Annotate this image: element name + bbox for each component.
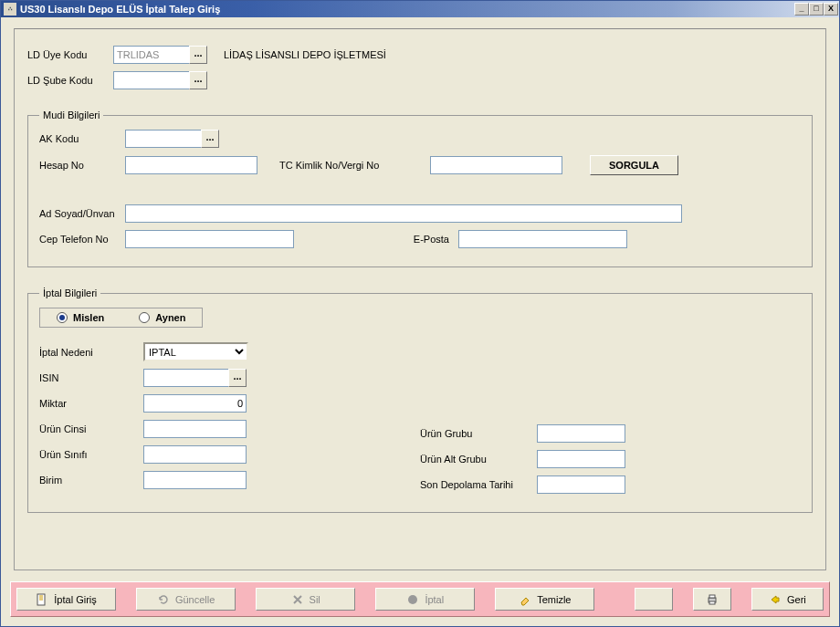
tckn-label: TC Kimlik No/Vergi No [279,160,430,171]
radio-mislen[interactable]: Mislen [57,312,104,323]
app-icon: ∴ [4,3,16,16]
ld-sube-kodu-input[interactable] [113,71,190,89]
app-window: ∴ US30 Lisanslı Depo ELÜS İptal Talep Gi… [0,0,840,627]
ld-uye-kodu-input [113,46,190,64]
svg-point-1 [408,595,417,604]
iptal-giris-button[interactable]: İptal Giriş [16,588,116,611]
ld-sube-kodu-label: LD Şube Kodu [27,75,113,86]
window-title: US30 Lisanslı Depo ELÜS İptal Talep Giri… [20,4,794,15]
footer-toolbar: İptal Giriş Güncelle Sil İptal [10,581,830,617]
birim-input [143,471,247,489]
eposta-input [458,230,627,248]
iptal-button[interactable]: İptal [375,588,475,611]
maximize-button[interactable]: □ [809,3,824,16]
geri-button[interactable]: Geri [751,588,824,611]
back-arrow-icon [769,593,782,606]
close-button[interactable]: X [824,3,838,16]
eraser-icon [519,593,531,606]
adsoyad-label: Ad Soyad/Ünvan [39,208,125,219]
ak-kodu-picker[interactable]: ... [201,130,219,148]
birim-label: Birim [39,475,143,486]
titlebar: ∴ US30 Lisanslı Depo ELÜS İptal Talep Gi… [1,1,839,17]
radio-aynen[interactable]: Aynen [139,312,185,323]
ak-kodu-input[interactable] [125,130,202,148]
radio-aynen-indicator [139,312,150,323]
cancel-icon [406,593,419,606]
minimize-button[interactable]: _ [794,3,809,16]
ld-uye-kodu-picker[interactable]: ... [189,46,207,64]
print-button[interactable] [693,588,731,611]
urun-grubu-input [537,424,625,443]
isin-picker[interactable]: ... [228,369,247,387]
content-area: LD Üye Kodu ... LİDAŞ LİSANSLI DEPO İŞLE… [1,17,839,626]
hesap-no-label: Hesap No [39,160,125,171]
urun-cinsi-input [143,420,247,438]
iptal-bilgileri-fieldset: İptal Bilgileri Mislen Aynen İptal Nede [27,287,813,513]
hesap-no-input[interactable] [125,156,257,174]
printer-icon [706,593,719,606]
isin-label: ISIN [39,372,143,383]
main-panel: LD Üye Kodu ... LİDAŞ LİSANSLI DEPO İŞLE… [14,28,826,570]
miktar-label: Miktar [39,398,143,409]
tckn-input[interactable] [430,156,562,174]
temizle-button[interactable]: Temizle [495,588,594,611]
guncelle-button[interactable]: Güncelle [136,588,236,611]
document-new-icon [36,593,48,606]
urun-cinsi-label: Ürün Cinsi [39,423,143,434]
delete-icon [291,593,304,606]
sorgula-button[interactable]: SORGULA [590,155,678,175]
blank-button[interactable] [635,588,673,611]
refresh-icon [157,593,170,606]
iptal-type-radiogroup: Mislen Aynen [39,308,203,328]
svg-rect-3 [709,595,715,598]
sil-button[interactable]: Sil [256,588,355,611]
urun-alt-grubu-label: Ürün Alt Grubu [420,454,537,465]
adsoyad-input [125,204,682,223]
urun-grubu-label: Ürün Grubu [420,428,537,439]
eposta-label: E-Posta [294,234,458,245]
mudi-bilgileri-fieldset: Mudi Bilgileri AK Kodu ... Hesap No TC K… [27,110,813,267]
ld-uye-kodu-label: LD Üye Kodu [27,49,113,60]
isin-input[interactable] [143,369,229,387]
window-buttons: _ □ X [794,3,838,16]
urun-alt-grubu-input [537,450,625,468]
urun-sinifi-label: Ürün Sınıfı [39,449,143,460]
radio-mislen-indicator [57,312,68,323]
cep-label: Cep Telefon No [39,234,125,245]
iptal-neden-label: İptal Nedeni [39,347,143,358]
iptal-legend: İptal Bilgileri [39,287,100,298]
ak-kodu-label: AK Kodu [39,133,125,144]
company-name: LİDAŞ LİSANSLI DEPO İŞLETMESİ [224,49,386,60]
ld-sube-kodu-picker[interactable]: ... [189,71,207,89]
son-depolama-label: Son Depolama Tarihi [420,479,537,490]
son-depolama-input [537,475,625,494]
cep-input [125,230,294,248]
urun-sinifi-input [143,445,247,464]
svg-rect-4 [709,601,715,604]
iptal-neden-select[interactable]: IPTAL [143,342,248,361]
mudi-legend: Mudi Bilgileri [39,110,103,120]
miktar-input[interactable] [143,394,247,413]
